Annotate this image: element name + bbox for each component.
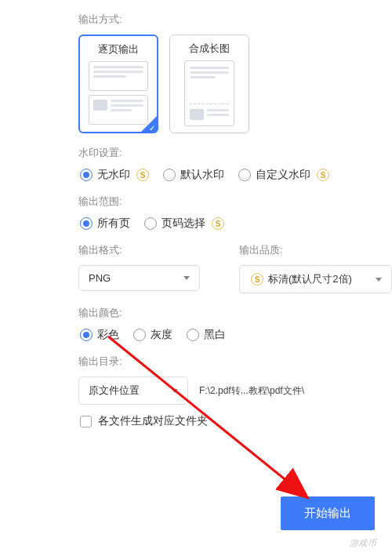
radio-dot-icon [238,169,251,181]
premium-badge-icon: S [251,273,263,285]
premium-badge-icon: S [212,217,224,230]
dir-label: 输出目录: [78,355,392,369]
mode-title-long: 合成长图 [189,42,230,56]
radio-watermark-custom[interactable]: 自定义水印 S [238,168,329,182]
checkbox-per-file-folder[interactable]: 各文件生成对应文件夹 [78,414,392,428]
dir-path: F:\2.pdf转...教程\pdf文件\ [199,384,304,398]
page-watermark: 游戏币 [350,537,377,549]
radio-color-full[interactable]: 彩色 [80,328,119,342]
radio-dot-icon [133,329,146,341]
radio-color-gray[interactable]: 灰度 [133,328,172,342]
chevron-down-icon [183,276,190,280]
output-mode-per-page[interactable]: 逐页输出 [78,35,158,133]
format-select[interactable]: PNG [78,265,200,291]
radio-watermark-default[interactable]: 默认水印 [163,168,224,182]
radio-range-select[interactable]: 页码选择 S [144,216,224,231]
radio-dot-icon [187,329,199,341]
dir-select[interactable]: 原文件位置 [78,376,188,405]
radio-label: 彩色 [97,328,119,342]
chevron-down-icon [376,278,382,282]
quality-select[interactable]: S 标清(默认尺寸2倍) [239,265,392,293]
radio-dot-icon [80,329,93,341]
radio-label: 灰度 [151,328,172,342]
mode-preview-long [184,60,234,126]
radio-label: 页码选择 [162,216,205,231]
mode-preview-per-page [89,61,148,125]
format-value: PNG [89,272,111,284]
mode-title-per-page: 逐页输出 [98,42,139,56]
color-label: 输出颜色: [78,306,392,320]
premium-badge-icon: S [136,169,149,181]
premium-badge-icon: S [317,169,329,181]
checkbox-icon [80,416,92,427]
radio-dot-icon [163,169,176,181]
radio-dot-icon [80,169,93,181]
radio-dot-icon [80,217,93,230]
quality-label: 输出品质: [239,243,392,257]
radio-range-all[interactable]: 所有页 [80,216,130,231]
quality-value: 标清(默认尺寸2倍) [268,272,352,286]
radio-label: 所有页 [97,216,130,231]
start-output-button[interactable]: 开始输出 [281,496,375,530]
watermark-label: 水印设置: [78,146,392,160]
output-mode-long-image[interactable]: 合成长图 [169,35,249,133]
radio-dot-icon [144,217,157,230]
radio-color-bw[interactable]: 黑白 [187,328,226,342]
radio-label: 无水印 [97,168,130,182]
format-label: 输出格式: [78,243,222,257]
radio-label: 默认水印 [180,168,224,182]
radio-label: 黑白 [204,328,226,342]
range-label: 输出范围: [78,195,392,209]
checkbox-label: 各文件生成对应文件夹 [98,414,208,428]
radio-label: 自定义水印 [256,168,310,182]
output-mode-label: 输出方式: [78,13,392,27]
chevron-down-icon [172,389,178,393]
dir-select-value: 原文件位置 [89,384,140,398]
radio-watermark-none[interactable]: 无水印 S [80,168,149,182]
